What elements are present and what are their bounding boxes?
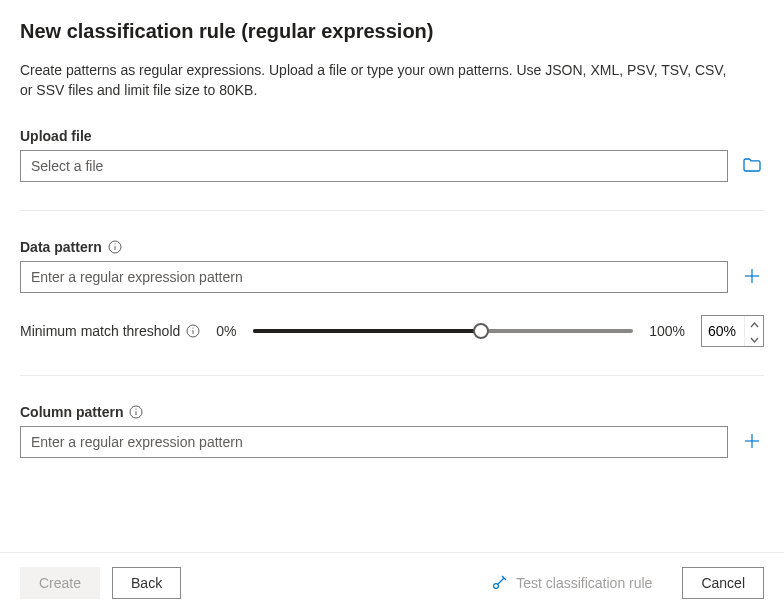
slider-thumb[interactable]	[473, 323, 489, 339]
cancel-button[interactable]: Cancel	[682, 567, 764, 599]
browse-file-button[interactable]	[740, 154, 764, 178]
chevron-up-icon	[750, 316, 759, 331]
plus-icon	[744, 433, 760, 452]
upload-file-label: Upload file	[20, 128, 764, 144]
threshold-spinner[interactable]	[701, 315, 764, 347]
info-icon	[108, 240, 122, 254]
svg-point-13	[494, 583, 499, 588]
column-pattern-input[interactable]	[20, 426, 728, 458]
threshold-increment-button[interactable]	[745, 316, 763, 331]
folder-icon	[742, 155, 762, 178]
slider-fill	[253, 329, 481, 333]
threshold-max: 100%	[649, 323, 685, 339]
info-icon	[129, 405, 143, 419]
divider	[20, 375, 764, 376]
threshold-label: Minimum match threshold	[20, 323, 200, 339]
intro-text: Create patterns as regular expressions. …	[20, 61, 740, 100]
info-icon	[186, 324, 200, 338]
column-pattern-label-text: Column pattern	[20, 404, 123, 420]
add-column-pattern-button[interactable]	[740, 430, 764, 454]
data-pattern-label: Data pattern	[20, 239, 764, 255]
threshold-label-text: Minimum match threshold	[20, 323, 180, 339]
data-pattern-input[interactable]	[20, 261, 728, 293]
page-title: New classification rule (regular express…	[20, 20, 764, 43]
threshold-decrement-button[interactable]	[745, 331, 763, 346]
beaker-icon	[492, 574, 508, 593]
upload-file-label-text: Upload file	[20, 128, 92, 144]
add-data-pattern-button[interactable]	[740, 265, 764, 289]
data-pattern-label-text: Data pattern	[20, 239, 102, 255]
divider	[20, 210, 764, 211]
threshold-min: 0%	[216, 323, 236, 339]
back-button[interactable]: Back	[112, 567, 181, 599]
chevron-down-icon	[750, 331, 759, 346]
test-classification-link[interactable]: Test classification rule	[492, 574, 652, 593]
create-button: Create	[20, 567, 100, 599]
test-classification-label: Test classification rule	[516, 575, 652, 591]
svg-point-10	[136, 409, 137, 410]
upload-file-input[interactable]	[20, 150, 728, 182]
svg-point-2	[114, 244, 115, 245]
threshold-value-input[interactable]	[702, 316, 744, 346]
footer-bar: Create Back Test classification rule Can…	[0, 552, 784, 613]
plus-icon	[744, 268, 760, 287]
column-pattern-label: Column pattern	[20, 404, 764, 420]
threshold-slider[interactable]	[253, 323, 634, 339]
svg-point-7	[193, 328, 194, 329]
